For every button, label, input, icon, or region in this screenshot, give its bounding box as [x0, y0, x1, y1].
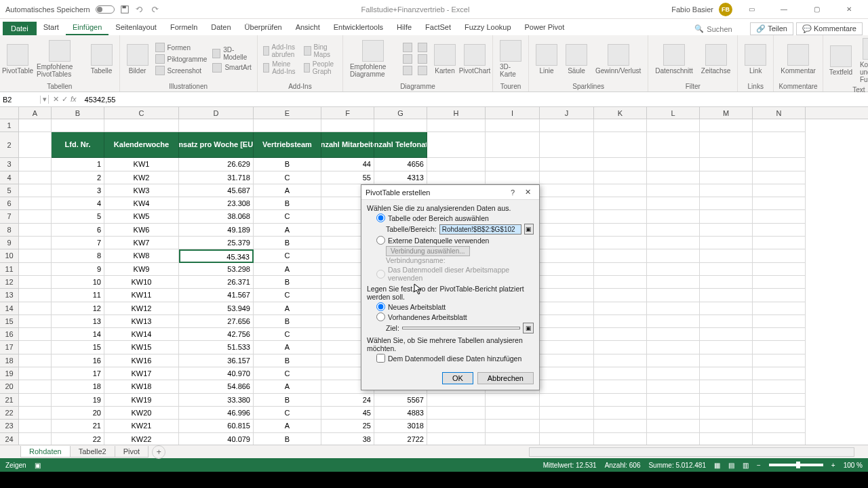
zoom-out-icon[interactable]: −	[757, 462, 761, 469]
macro-record-icon[interactable]: ▣	[35, 462, 41, 469]
cell[interactable]	[427, 407, 486, 420]
cell[interactable]	[647, 380, 700, 393]
cell[interactable]: 4	[52, 197, 104, 210]
textbox-button[interactable]: Textfeld	[827, 44, 854, 77]
cell[interactable]: 3	[52, 184, 104, 197]
column-header[interactable]: I	[486, 107, 540, 119]
cell[interactable]	[19, 224, 52, 237]
3dmap-button[interactable]: 3D-Karte	[497, 39, 524, 79]
chart-type-button[interactable]	[401, 65, 414, 76]
row-header[interactable]: 9	[0, 237, 19, 249]
cell[interactable]: 38	[321, 433, 374, 445]
view-layout-icon[interactable]: ▤	[728, 462, 734, 469]
fx-icon[interactable]: fx	[71, 95, 77, 104]
cell[interactable]	[753, 433, 806, 445]
cell[interactable]	[700, 158, 753, 171]
cell[interactable]: B	[254, 315, 321, 328]
cell[interactable]: C	[254, 210, 321, 223]
cell[interactable]	[540, 407, 594, 420]
cell[interactable]: 5	[52, 210, 104, 223]
cell[interactable]: 49.189	[179, 224, 254, 237]
zoom-slider[interactable]	[769, 464, 823, 466]
cell[interactable]	[540, 119, 594, 132]
cell[interactable]	[647, 184, 700, 197]
cell[interactable]: 20	[52, 407, 104, 420]
cell[interactable]	[753, 367, 806, 380]
cell[interactable]	[19, 119, 52, 132]
name-box[interactable]: B2	[0, 96, 41, 104]
cell[interactable]: 53.949	[179, 302, 254, 315]
chart-type-button[interactable]	[401, 54, 414, 64]
cell[interactable]: B	[254, 158, 321, 171]
autosave-toggle[interactable]	[96, 5, 115, 14]
cell[interactable]: 18	[52, 380, 104, 393]
cell[interactable]: C	[254, 249, 321, 262]
cell[interactable]	[700, 197, 753, 210]
cell[interactable]: 25.379	[179, 237, 254, 249]
cell[interactable]	[647, 367, 700, 380]
minimize-icon[interactable]: —	[770, 1, 797, 18]
cell[interactable]	[700, 237, 753, 249]
cell[interactable]	[753, 302, 806, 315]
cell[interactable]: A	[254, 380, 321, 393]
close-icon[interactable]: ✕	[835, 1, 863, 18]
row-header[interactable]: 23	[0, 420, 19, 432]
cell[interactable]: B	[254, 197, 321, 210]
cell[interactable]	[753, 420, 806, 432]
cell[interactable]	[594, 132, 647, 158]
cell[interactable]	[753, 249, 806, 262]
cell[interactable]	[700, 394, 753, 407]
row-header[interactable]: 16	[0, 328, 19, 341]
cell[interactable]	[594, 197, 647, 210]
cell[interactable]: 55	[321, 171, 374, 184]
cell[interactable]	[594, 263, 647, 276]
cell[interactable]	[540, 249, 594, 262]
cell[interactable]	[540, 341, 594, 354]
cell[interactable]: KW9	[104, 263, 179, 276]
pivottable-button[interactable]: PivotTable	[4, 43, 31, 76]
recommended-pivot-button[interactable]: Empfohlene PivotTables	[34, 39, 85, 79]
row-header[interactable]: 10	[0, 249, 19, 262]
sheet-tab[interactable]: Tabelle2	[70, 446, 115, 458]
cell[interactable]: KW15	[104, 341, 179, 354]
cell[interactable]	[52, 119, 104, 132]
cell[interactable]	[540, 263, 594, 276]
cell[interactable]: KW5	[104, 210, 179, 223]
row-header[interactable]: 2	[0, 132, 19, 158]
ribbon-tab-entwicklertools[interactable]: Entwicklertools	[327, 20, 390, 35]
cell[interactable]	[594, 184, 647, 197]
cell[interactable]	[19, 315, 52, 328]
cell[interactable]	[540, 420, 594, 432]
cell[interactable]: KW19	[104, 394, 179, 407]
cell[interactable]	[647, 354, 700, 367]
chart-type-button[interactable]	[401, 42, 414, 53]
cell[interactable]: 2	[52, 171, 104, 184]
cell[interactable]	[540, 237, 594, 249]
cell[interactable]: C	[254, 171, 321, 184]
cell[interactable]	[647, 249, 700, 262]
cell[interactable]	[321, 119, 374, 132]
cell[interactable]: 7	[52, 237, 104, 249]
people-graph-button[interactable]: People Graph	[302, 60, 338, 76]
table-range-input[interactable]: Rohdaten!$B$2:$G$102	[439, 224, 521, 235]
cell[interactable]: B	[254, 394, 321, 407]
view-normal-icon[interactable]: ▦	[714, 462, 720, 469]
dialog-close-icon[interactable]: ✕	[520, 188, 535, 197]
row-header[interactable]: 4	[0, 171, 19, 184]
comment-button[interactable]: Kommentar	[778, 43, 818, 76]
cell[interactable]	[374, 119, 427, 132]
cell[interactable]: 17	[52, 367, 104, 380]
cell[interactable]	[700, 407, 753, 420]
cell[interactable]: KW22	[104, 433, 179, 445]
cell[interactable]	[594, 289, 647, 302]
cell[interactable]	[647, 119, 700, 132]
cell[interactable]	[753, 380, 806, 393]
table-header-cell[interactable]: Lfd. Nr.	[52, 132, 104, 158]
cell[interactable]	[594, 367, 647, 380]
cell[interactable]	[700, 119, 753, 132]
cell[interactable]	[19, 197, 52, 210]
cell[interactable]	[753, 224, 806, 237]
cell[interactable]	[594, 341, 647, 354]
cell[interactable]	[19, 289, 52, 302]
cell[interactable]	[19, 367, 52, 380]
